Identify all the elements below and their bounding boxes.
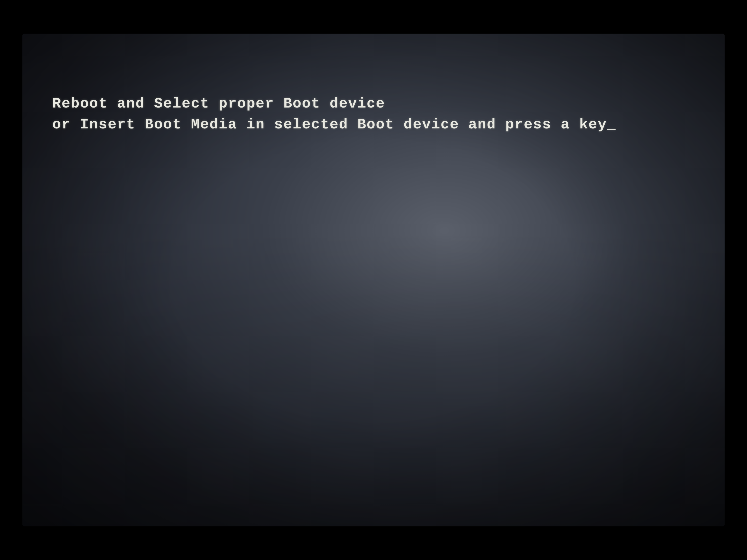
screen-text-area: Reboot and Select proper Boot device or … — [22, 34, 646, 135]
bios-screen: Reboot and Select proper Boot device or … — [22, 34, 725, 526]
bios-error-line-2: or Insert Boot Media in selected Boot de… — [52, 114, 616, 135]
bios-error-line-1: Reboot and Select proper Boot device — [52, 93, 616, 114]
